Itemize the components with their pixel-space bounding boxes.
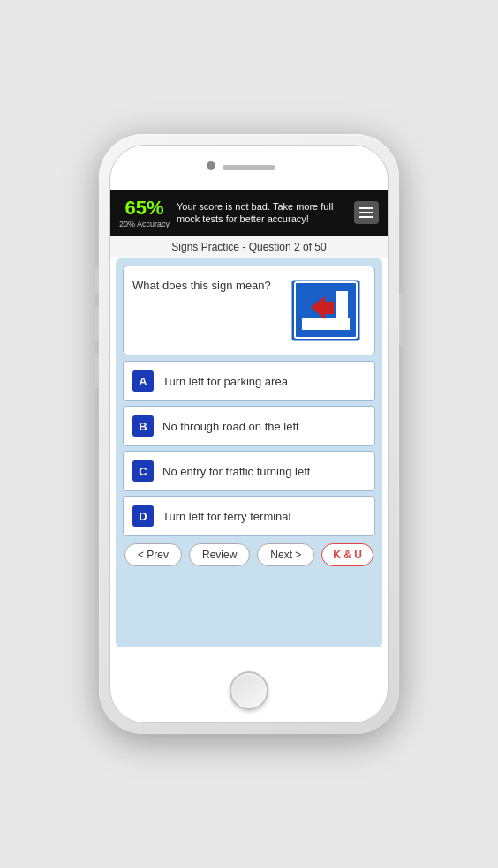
nav-buttons: < Prev Review Next > K & U	[123, 543, 375, 570]
speaker	[223, 165, 275, 170]
prev-button[interactable]: < Prev	[124, 543, 182, 566]
header-message: Your score is not bad. Take more full mo…	[177, 200, 347, 226]
option-letter-a: A	[132, 370, 154, 392]
answer-option-b[interactable]: B No through road on the left	[123, 406, 375, 446]
power-button	[399, 293, 403, 346]
option-text-c: No entry for traffic turning left	[162, 465, 310, 478]
road-sign-image	[286, 275, 366, 346]
review-button[interactable]: Review	[189, 543, 250, 566]
header-bar: 65% 20% Accuracy Your score is not bad. …	[110, 190, 388, 236]
option-text-d: Turn left for ferry terminal	[162, 510, 290, 523]
volume-up-button	[95, 306, 99, 341]
bottom-space	[123, 570, 375, 640]
svg-rect-3	[336, 291, 348, 330]
option-text-a: Turn left for parking area	[162, 375, 288, 388]
option-letter-d: D	[132, 505, 154, 527]
answer-option-d[interactable]: D Turn left for ferry terminal	[123, 496, 375, 536]
option-letter-b: B	[132, 415, 154, 437]
phone-screen: 65% 20% Accuracy Your score is not bad. …	[109, 145, 389, 723]
score-percentage: 65%	[124, 197, 163, 220]
home-button[interactable]	[230, 671, 268, 710]
question-text: What does this sign mean?	[132, 275, 279, 292]
ku-button[interactable]: K & U	[321, 543, 374, 566]
question-card: What does this sign mean?	[123, 266, 375, 355]
volume-mute-button	[95, 266, 99, 293]
accuracy-label: 20% Accuracy	[119, 220, 170, 228]
question-title: Signs Practice - Question 2 of 50	[110, 236, 388, 258]
answer-option-a[interactable]: A Turn left for parking area	[123, 361, 375, 401]
screen-content: 65% 20% Accuracy Your score is not bad. …	[110, 190, 388, 670]
option-text-b: No through road on the left	[162, 420, 299, 433]
menu-line-3	[359, 216, 374, 218]
menu-button[interactable]	[354, 201, 379, 224]
phone-frame: 65% 20% Accuracy Your score is not bad. …	[99, 134, 399, 734]
quiz-area: What does this sign mean?	[116, 258, 382, 647]
volume-down-button	[95, 353, 99, 388]
menu-line-2	[359, 212, 374, 213]
front-camera	[207, 161, 215, 170]
menu-line-1	[359, 207, 374, 209]
option-letter-c: C	[132, 460, 154, 482]
next-button[interactable]: Next >	[257, 543, 314, 566]
answer-option-c[interactable]: C No entry for traffic turning left	[123, 451, 375, 491]
